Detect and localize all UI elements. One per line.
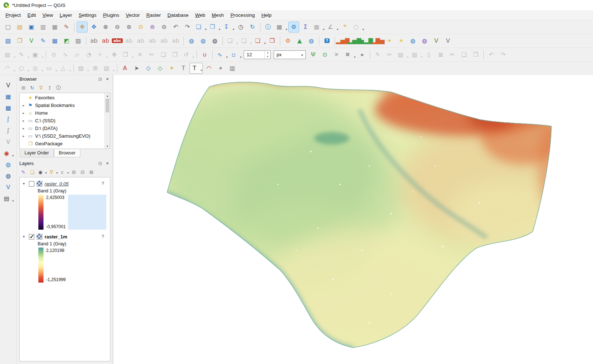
copy-move-feature-tool[interactable]: ❐ bbox=[121, 49, 134, 60]
add-wfs-layer-button[interactable]: ◍ bbox=[3, 170, 14, 181]
layer-visibility-checkbox[interactable] bbox=[29, 181, 34, 187]
zoom-next-button[interactable]: ↷ bbox=[182, 22, 193, 32]
measure-bearing-tool[interactable]: ◠ bbox=[204, 63, 214, 74]
tab-layer-order[interactable]: Layer Order bbox=[20, 149, 54, 157]
spin-down-icon[interactable] bbox=[265, 55, 270, 59]
annotation-units-combobox[interactable]: px bbox=[274, 50, 306, 59]
pan-to-selection-tool[interactable]: ✥ bbox=[88, 22, 99, 32]
create-polygon-annotation-button[interactable]: ◇ bbox=[155, 63, 166, 74]
menu-raster[interactable]: Raster bbox=[143, 11, 164, 19]
add-arcgis-rest-layer-button[interactable]: V bbox=[3, 182, 14, 193]
browser-panel-close-button[interactable] bbox=[104, 76, 110, 82]
vector-plugin-button-2[interactable]: V bbox=[442, 35, 453, 46]
move-label-tool[interactable]: ab bbox=[147, 35, 158, 46]
data-source-manager-button[interactable]: ▧ bbox=[3, 35, 14, 46]
expander-icon[interactable]: ▸ bbox=[22, 134, 26, 138]
annotation-blank-button[interactable]: ▯ bbox=[423, 49, 434, 60]
add-polygon-feature-tool[interactable]: ▱ bbox=[72, 49, 83, 60]
pan-map-tool[interactable]: ✥ bbox=[77, 22, 88, 32]
menu-view[interactable]: View bbox=[39, 11, 56, 19]
measure-tool[interactable]: ∠ bbox=[326, 22, 339, 32]
zoom-last-button[interactable]: ↶ bbox=[170, 22, 181, 32]
delete-selected-tool[interactable]: ✕ bbox=[134, 49, 145, 60]
delete-annotation-button[interactable]: ⊠ bbox=[435, 49, 446, 60]
select-color-tool[interactable]: ❏ bbox=[253, 35, 266, 46]
osm-gear-button[interactable]: ⚙ bbox=[282, 35, 293, 46]
add-line-feature-tool[interactable]: ∿ bbox=[60, 49, 71, 60]
temporal-controller-button[interactable]: ◷ bbox=[235, 22, 246, 32]
profile-plot-button-3[interactable]: ▅▂▇ bbox=[361, 35, 372, 46]
refresh-map-button[interactable]: ↻ bbox=[247, 22, 258, 32]
map-tips-button[interactable]: ❝ bbox=[339, 22, 350, 32]
browser-refresh-button[interactable]: ↻ bbox=[28, 84, 36, 92]
digitizing-mode-button[interactable]: ✖ bbox=[343, 49, 356, 60]
create-line-annotation-button[interactable]: ◇ bbox=[143, 63, 154, 74]
browser-item-home[interactable]: ▸ ⌂ Home bbox=[20, 109, 110, 117]
profile-plot-button-1[interactable]: ▂▅▇ bbox=[337, 35, 348, 46]
cut-annotation-button[interactable]: ✂ bbox=[447, 49, 458, 60]
zoom-native-button[interactable]: ⊜ bbox=[159, 22, 170, 32]
layers-panel-close-button[interactable] bbox=[104, 161, 110, 166]
browser-panel-float-button[interactable] bbox=[97, 76, 103, 82]
show-hide-labels-tool[interactable]: ab bbox=[135, 35, 146, 46]
add-virtual-layer-button[interactable]: ▤ bbox=[3, 193, 14, 204]
avoid-intersections-button[interactable]: ⊙ bbox=[319, 49, 330, 60]
move-feature-tool[interactable]: ✥ bbox=[109, 49, 120, 60]
create-text-at-point-button[interactable]: T bbox=[178, 63, 189, 74]
expand-all-button[interactable]: ⊞ bbox=[70, 168, 78, 176]
add-mesh-layer-button[interactable]: ▩ bbox=[3, 103, 14, 114]
select-annotation-tool[interactable]: ➤ bbox=[131, 63, 142, 74]
annotation-style-button[interactable]: ▨ bbox=[410, 49, 423, 60]
layer-row-raster-1m[interactable]: raster_1m ? bbox=[20, 233, 110, 241]
menu-help[interactable]: Help bbox=[258, 11, 275, 19]
filter-legend-button[interactable]: ∇ bbox=[48, 168, 58, 176]
browser-item-geopackage[interactable]: ❒ GeoPackage bbox=[20, 140, 110, 147]
annotation-pencil-alt-button[interactable]: ✏ bbox=[384, 49, 395, 60]
save-project-button[interactable]: ▣ bbox=[26, 22, 37, 32]
copy-annotation-button[interactable]: ❑ bbox=[459, 49, 470, 60]
zoom-to-layer-button[interactable]: ⊚ bbox=[147, 22, 158, 32]
zoom-out-tool[interactable]: ⊖ bbox=[112, 22, 123, 32]
expander-icon[interactable]: ▸ bbox=[22, 103, 26, 107]
osm-search-button[interactable]: ⌖ bbox=[215, 63, 226, 74]
scroll-up-icon[interactable] bbox=[105, 93, 110, 98]
new-3d-map-view-button[interactable]: ❐ bbox=[208, 22, 221, 32]
new-geopackage-layer-button[interactable]: ❒ bbox=[14, 35, 25, 46]
text-annotation-dropdown[interactable]: T bbox=[190, 63, 203, 74]
menu-layer[interactable]: Layer bbox=[56, 11, 75, 19]
zoom-full-button[interactable]: ⊛ bbox=[123, 22, 134, 32]
paste-annotation-button[interactable]: ❒ bbox=[470, 49, 481, 60]
shape-circle-button[interactable]: ○ bbox=[16, 63, 30, 74]
snapping-toggle-button[interactable]: ∪ bbox=[199, 49, 210, 60]
star-plugin-button-2[interactable]: ✶ bbox=[396, 35, 407, 46]
close-digitizing-button[interactable]: ✕ bbox=[331, 49, 342, 60]
add-raster-layer-button[interactable]: ▦ bbox=[3, 91, 14, 102]
locator-search-button[interactable]: ◌ bbox=[351, 22, 364, 32]
menu-mesh[interactable]: Mesh bbox=[209, 11, 227, 19]
advanced-digitizing-config-button[interactable]: ▫ bbox=[229, 49, 242, 60]
collapse-icon[interactable] bbox=[23, 182, 27, 185]
save-layer-edits-button[interactable]: ▣ bbox=[30, 49, 43, 60]
new-mesh-layer-button[interactable]: ◩ bbox=[61, 35, 72, 46]
browser-item-favorites[interactable]: ★ Favorites bbox=[20, 94, 110, 101]
shape-ellipse-button[interactable]: ◎ bbox=[30, 63, 43, 74]
map-theme-tool-2[interactable]: ❏ bbox=[239, 35, 252, 46]
annotation-pencil-button[interactable]: ✎ bbox=[372, 49, 383, 60]
paste-features-tool[interactable]: ❒ bbox=[170, 49, 180, 60]
expander-icon[interactable]: ▸ bbox=[22, 119, 26, 123]
new-spatialite-layer-button[interactable]: ✎ bbox=[38, 35, 49, 46]
vertex-tool[interactable]: ✧ bbox=[95, 49, 108, 60]
new-shapefile-layer-button[interactable]: V bbox=[26, 35, 37, 46]
layer-crs-indicator[interactable]: ? bbox=[102, 234, 104, 239]
change-label-tool[interactable]: ab bbox=[170, 35, 181, 46]
open-layer-styling-button[interactable]: ✎ bbox=[19, 168, 27, 176]
expander-icon[interactable]: ▸ bbox=[22, 111, 26, 115]
mesh-digitizing-button[interactable]: ▨ bbox=[76, 63, 89, 74]
add-delimited-text-layer-button[interactable]: ʃ bbox=[3, 114, 14, 125]
mesh-transform-button[interactable]: ▧ bbox=[102, 63, 115, 74]
layers-panel-float-button[interactable] bbox=[97, 161, 103, 166]
collapse-icon[interactable] bbox=[23, 235, 27, 238]
menu-vector[interactable]: Vector bbox=[122, 11, 143, 19]
mesh-select-button[interactable]: ⊞ bbox=[90, 63, 101, 74]
processing-toolbox-button[interactable]: ⚙ bbox=[288, 22, 299, 32]
